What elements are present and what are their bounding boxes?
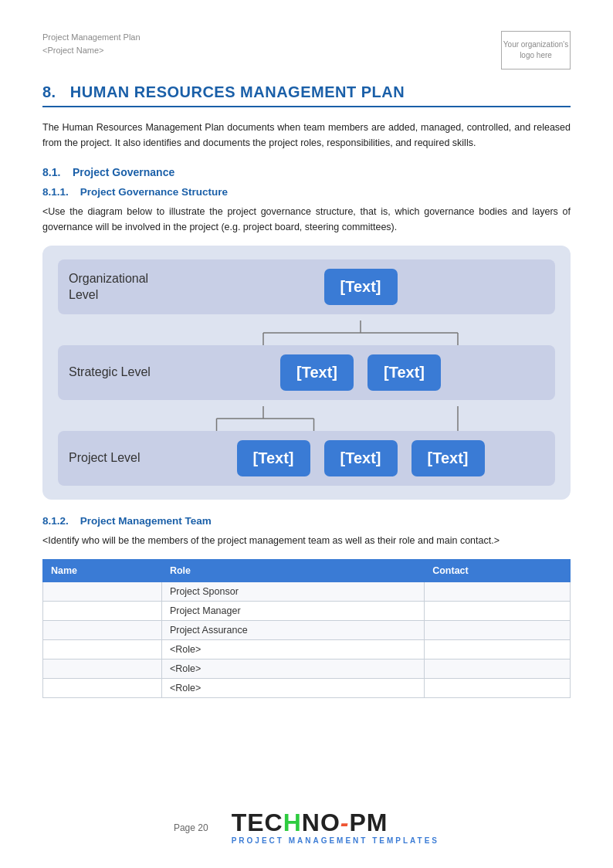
strategic-nodes: [Text] [Text] [177,354,544,391]
project-node-2: [Text] [324,440,398,476]
col-role-header: Role [161,560,424,582]
table-cell-role: <Role> [161,640,424,659]
table-row: Project Sponsor [43,582,571,602]
table-row: <Role> [43,659,571,679]
table-cell-contact [425,659,571,679]
table-cell-name [43,640,162,659]
table-cell-name [43,659,162,679]
section-title: 8. HUMAN RESOURCES MANAGEMENT PLAN [42,83,571,107]
table-cell-role: Project Assurance [161,621,424,640]
subsection-811-title: 8.1.1. Project Governance Structure [42,186,571,198]
team-table: Name Role Contact Project SponsorProject… [42,559,571,698]
strategic-node-1: [Text] [280,354,354,391]
project-level-row: Project Level [Text] [Text] [Text] [58,431,555,486]
strategic-node-2: [Text] [367,354,441,391]
org-node-1: [Text] [324,269,398,305]
connector-svg-1 [166,320,555,345]
subsection-81-title: 8.1. Project Governance [42,166,571,178]
table-cell-role: Project Sponsor [161,582,424,602]
table-row: <Role> [43,679,571,698]
table-row: Project Assurance [43,621,571,640]
table-cell-name [43,582,162,602]
org-level-label: OrganizationalLevel [69,271,177,303]
table-cell-name [43,679,162,698]
table-cell-role: <Role> [161,659,424,679]
table-cell-role: <Role> [161,679,424,698]
doc-title-line2: <Project Name> [42,44,141,57]
org-logo-placeholder: Your organization's logo here [501,31,571,70]
table-cell-contact [425,640,571,659]
col-name-header: Name [43,560,162,582]
governance-diagram: OrganizationalLevel [Text] Strategic Lev… [42,246,571,500]
project-node-1: [Text] [237,440,310,476]
brand-logo: TECHNO-PM PROJECT MANAGEMENT TEMPLATES [232,810,439,845]
col-contact-header: Contact [425,560,571,582]
team-desc: <Identify who will be the members of the… [42,533,571,548]
org-nodes: [Text] [177,269,544,305]
team-table-element: Name Role Contact Project SponsorProject… [42,559,571,698]
table-row: <Role> [43,640,571,659]
table-cell-contact [425,621,571,640]
table-row: Project Manager [43,602,571,621]
connector-svg-2 [166,406,555,431]
table-cell-role: Project Manager [161,602,424,621]
project-node-3: [Text] [411,440,485,476]
subsection-812-title: 8.1.2. Project Management Team [42,515,571,527]
connector-org-strategic [58,320,555,345]
doc-title-line1: Project Management Plan [42,31,141,44]
project-nodes: [Text] [Text] [Text] [177,440,544,476]
table-cell-contact [425,679,571,698]
page-footer: Page 20 TECHNO-PM PROJECT MANAGEMENT TEM… [42,810,571,845]
brand-tagline: PROJECT MANAGEMENT TEMPLATES [232,836,439,845]
strategic-level-label: Strategic Level [69,364,177,381]
org-level-row: OrganizationalLevel [Text] [58,259,555,314]
page-header: Project Management Plan <Project Name> Y… [42,31,571,70]
intro-text: The Human Resources Management Plan docu… [42,120,571,151]
header-meta: Project Management Plan <Project Name> [42,31,141,56]
strategic-level-row: Strategic Level [Text] [Text] [58,345,555,400]
table-cell-contact [425,582,571,602]
table-cell-contact [425,602,571,621]
page-number: Page 20 [174,822,208,833]
table-cell-name [43,621,162,640]
page: Project Management Plan <Project Name> Y… [0,0,613,868]
connector-strategic-project [58,406,555,431]
governance-desc: <Use the diagram below to illustrate the… [42,204,571,235]
project-level-label: Project Level [69,450,177,466]
table-cell-name [43,602,162,621]
brand-name: TECHNO-PM [232,810,388,835]
